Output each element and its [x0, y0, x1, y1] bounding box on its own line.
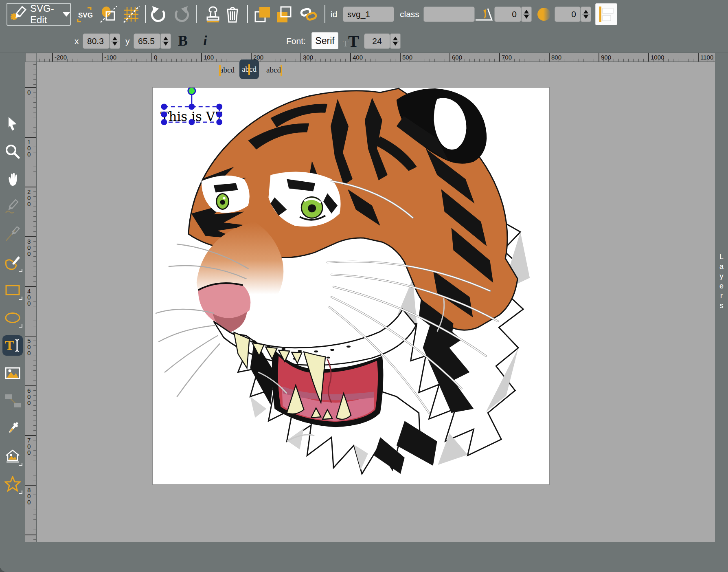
anchor-middle-cursor — [248, 64, 250, 75]
vruler-label: 8 0 0 — [27, 487, 31, 505]
tools-sidebar: T — [0, 53, 25, 542]
blur-icon — [536, 5, 554, 23]
layers-tab-label: L a y e r s — [715, 252, 728, 310]
x-input[interactable]: 80.3 — [83, 33, 110, 49]
pencil-tool[interactable] — [4, 199, 21, 215]
svg-source-icon[interactable]: SVG — [75, 5, 93, 23]
line-tool[interactable] — [4, 227, 21, 243]
path-tool[interactable] — [4, 254, 21, 271]
hruler-label: 300 — [303, 54, 313, 61]
font-family-button[interactable]: Serif — [311, 32, 338, 49]
id-input[interactable]: svg_1 — [343, 7, 394, 22]
hruler-label: 900 — [601, 54, 611, 61]
ruler-vertical: 01 0 02 0 03 0 04 0 05 0 06 0 07 0 08 0 … — [25, 62, 37, 542]
undo-icon[interactable] — [150, 5, 168, 23]
hruler-label: 400 — [353, 54, 363, 61]
vruler-label: 0 — [27, 89, 31, 95]
x-label: x — [75, 33, 79, 49]
x-spinner[interactable] — [110, 33, 120, 49]
zoom-tool[interactable] — [4, 143, 21, 160]
flyout-indicator — [19, 463, 22, 466]
align-icon[interactable] — [595, 3, 617, 25]
angle-spinner[interactable] — [521, 7, 532, 22]
angle-icon — [475, 5, 493, 23]
text-anchor-end-button[interactable]: abcd — [264, 61, 283, 79]
id-label: id — [331, 7, 337, 22]
wireframe-mode-icon[interactable] — [100, 5, 118, 23]
main-menu-label: SVG-Edit — [30, 3, 59, 26]
main-menu-button[interactable]: SVG-Edit — [7, 3, 71, 26]
svg-text:T: T — [5, 338, 14, 353]
flyout-indicator — [19, 269, 22, 272]
ruler-corner — [25, 53, 37, 62]
anchor-end-cursor — [281, 65, 282, 76]
ellipse-tool[interactable] — [4, 310, 21, 326]
image-tool[interactable] — [4, 365, 21, 381]
y-input[interactable]: 65.5 — [134, 33, 160, 49]
svg-canvas[interactable]: This is V7 — [152, 87, 550, 485]
toolbar-separator — [196, 5, 197, 23]
vruler-label: 5 0 0 — [27, 338, 31, 356]
connector-tool[interactable] — [4, 393, 21, 409]
hruler-label: 1100 — [700, 54, 713, 61]
eyedropper-tool[interactable] — [4, 420, 21, 437]
link-icon[interactable] — [300, 5, 318, 23]
font-size-spinner[interactable] — [390, 33, 401, 49]
text-anchor-start-button[interactable]: abcd — [217, 61, 237, 79]
move-to-back-icon[interactable] — [275, 5, 293, 23]
font-size-input[interactable]: 24 — [364, 33, 390, 49]
y-label: y — [125, 33, 130, 49]
text-tool[interactable]: T — [4, 337, 21, 354]
vruler-label: 6 0 0 — [27, 387, 31, 406]
bottom-toolbar: 61.0 0 — 100 — [0, 542, 728, 572]
library-tool[interactable] — [4, 448, 21, 464]
class-label: class — [400, 7, 419, 22]
text-anchor-middle-button[interactable]: abcd — [239, 59, 259, 79]
pan-tool[interactable] — [4, 171, 21, 187]
font-label: Font: — [286, 33, 306, 49]
hruler-label: 0 — [154, 54, 157, 61]
blur-input[interactable]: 0 — [555, 7, 581, 22]
text-toolbar: x 80.3 y 65.5 B i abcd abcd abcd Font: S… — [0, 29, 728, 53]
hruler-label: 800 — [551, 54, 561, 61]
vruler-label: 3 0 0 — [27, 238, 31, 257]
move-to-front-icon[interactable] — [254, 5, 272, 23]
bold-button[interactable]: B — [174, 31, 191, 51]
svg-text:SVG: SVG — [78, 11, 93, 19]
star-tool[interactable] — [4, 476, 21, 492]
snap-grid-icon[interactable] — [122, 5, 140, 23]
rotate-handle[interactable] — [188, 88, 195, 95]
font-size-icon: T T — [343, 32, 362, 51]
hruler-label: 700 — [502, 54, 512, 61]
class-input[interactable] — [423, 7, 475, 22]
flyout-indicator — [19, 297, 22, 300]
select-tool[interactable] — [4, 116, 21, 132]
toolbar-separator — [145, 5, 146, 23]
flyout-indicator — [19, 491, 22, 494]
vruler-label: 4 0 0 — [27, 288, 31, 306]
anchor-start-cursor — [219, 65, 221, 76]
italic-button[interactable]: i — [198, 31, 213, 51]
hruler-label: -200 — [55, 54, 67, 61]
vruler-label: 7 0 0 — [27, 437, 31, 455]
flyout-indicator — [19, 324, 22, 328]
toolbar-separator — [325, 5, 325, 23]
y-spinner[interactable] — [160, 33, 171, 49]
hruler-label: 1000 — [651, 54, 664, 61]
tiger-artwork: This is V7 — [153, 88, 549, 484]
redo-icon[interactable] — [172, 5, 190, 23]
clone-icon[interactable] — [204, 5, 222, 23]
angle-input[interactable]: 0 — [494, 7, 521, 22]
layers-panel-tab[interactable]: L a y e r s — [715, 53, 728, 542]
blur-spinner[interactable] — [581, 7, 591, 22]
ruler-horizontal: -200-10001002003004005006007008009001000… — [37, 53, 715, 62]
workspace[interactable]: This is V7 — [37, 62, 715, 542]
main-toolbar: SVG-Edit SVG — [0, 0, 728, 29]
chevron-down-icon — [63, 12, 70, 17]
delete-icon[interactable] — [224, 5, 241, 23]
rect-tool[interactable] — [4, 282, 21, 298]
toolbar-separator — [247, 5, 248, 23]
hruler-label: 100 — [204, 54, 214, 61]
app-logo-icon — [11, 6, 27, 22]
hruler-label: 600 — [452, 54, 462, 61]
